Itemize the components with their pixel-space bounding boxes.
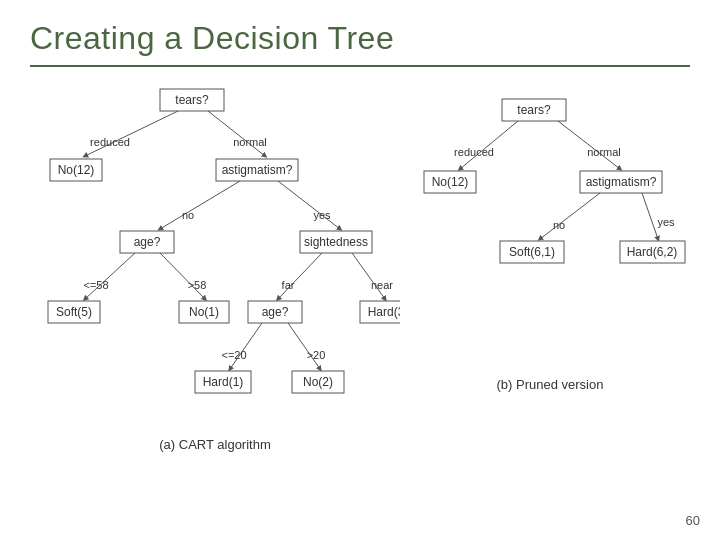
svg-line-28: [352, 253, 385, 299]
tree-a-container: tears? reduced normal No(12) astigmatism…: [30, 81, 400, 452]
title-divider: [30, 65, 690, 67]
svg-line-4: [208, 111, 265, 156]
svg-text:no: no: [182, 209, 194, 221]
svg-line-20: [160, 253, 205, 299]
tree-b-svg: tears? reduced normal No(12) astigmatism…: [410, 91, 690, 371]
svg-text:No(12): No(12): [58, 163, 95, 177]
svg-text:normal: normal: [587, 146, 621, 158]
svg-text:reduced: reduced: [90, 136, 130, 148]
page-number: 60: [686, 513, 700, 528]
svg-text:yes: yes: [657, 216, 675, 228]
svg-text:No(1): No(1): [189, 305, 219, 319]
tree-a-svg: tears? reduced normal No(12) astigmatism…: [30, 81, 400, 431]
svg-text:<=20: <=20: [221, 349, 246, 361]
content-area: tears? reduced normal No(12) astigmatism…: [30, 81, 690, 452]
svg-text:astigmatism?: astigmatism?: [222, 163, 293, 177]
svg-text:near: near: [371, 279, 393, 291]
svg-text:age?: age?: [134, 235, 161, 249]
svg-text:<=58: <=58: [83, 279, 108, 291]
page-title: Creating a Decision Tree: [30, 20, 690, 57]
tree-b-container: tears? reduced normal No(12) astigmatism…: [410, 91, 690, 392]
svg-text:astigmatism?: astigmatism?: [586, 175, 657, 189]
svg-text:Hard(3): Hard(3): [368, 305, 400, 319]
svg-text:No(12): No(12): [432, 175, 469, 189]
svg-line-46: [558, 121, 620, 169]
slide: Creating a Decision Tree tears? reduced …: [0, 0, 720, 540]
svg-text:Soft(5): Soft(5): [56, 305, 92, 319]
svg-text:Hard(1): Hard(1): [203, 375, 244, 389]
svg-line-34: [230, 323, 262, 369]
svg-text:normal: normal: [233, 136, 267, 148]
svg-line-36: [288, 323, 320, 369]
tree-a-label: (a) CART algorithm: [159, 437, 271, 452]
svg-text:sightedness: sightedness: [304, 235, 368, 249]
svg-text:Hard(6,2): Hard(6,2): [627, 245, 678, 259]
svg-text:Soft(6,1): Soft(6,1): [509, 245, 555, 259]
tree-b-label: (b) Pruned version: [497, 377, 604, 392]
svg-line-44: [460, 121, 518, 169]
svg-line-52: [540, 193, 600, 239]
svg-line-54: [642, 193, 658, 239]
svg-text:tears?: tears?: [175, 93, 209, 107]
svg-text:yes: yes: [313, 209, 331, 221]
svg-line-26: [278, 253, 322, 299]
svg-text:no: no: [553, 219, 565, 231]
svg-text:tears?: tears?: [517, 103, 551, 117]
svg-text:far: far: [282, 279, 295, 291]
svg-line-12: [278, 181, 340, 229]
svg-text:No(2): No(2): [303, 375, 333, 389]
svg-line-10: [160, 181, 240, 229]
svg-text:reduced: reduced: [454, 146, 494, 158]
svg-text:>58: >58: [188, 279, 207, 291]
svg-line-18: [85, 253, 135, 299]
svg-text:age?: age?: [262, 305, 289, 319]
svg-line-2: [85, 111, 178, 156]
svg-text:>20: >20: [307, 349, 326, 361]
